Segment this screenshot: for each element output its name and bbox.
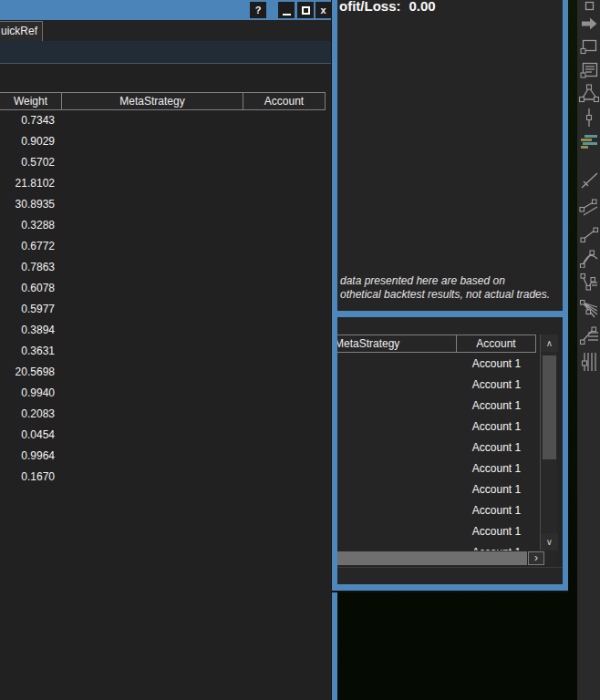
help-button[interactable]: ? [250,2,266,18]
account-value: Account 1 [457,458,536,479]
vertical-scroll-thumb[interactable] [543,355,556,459]
accounts-rows: Account 1Account 1Account 1Account 1Acco… [337,354,536,551]
table-row[interactable]: Account 1 [337,521,536,542]
channel-tool-icon [579,198,599,218]
table-row[interactable]: 0.7343 [0,110,326,131]
text-box-tool-icon [579,60,599,80]
trendline-tool[interactable] [578,223,599,244]
weight-value: 0.2083 [0,404,55,425]
horizontal-scroll-thumb[interactable] [337,551,527,565]
account-value: Account 1 [457,521,536,542]
table-row[interactable]: Account 1 [337,417,536,438]
table-row[interactable]: Account 1 [337,354,536,375]
panel-divider[interactable] [332,311,568,317]
table-row[interactable]: 0.9029 [0,131,326,152]
table-row[interactable]: 0.0454 [0,425,326,446]
rectangle-tool[interactable] [578,36,599,57]
table-row[interactable]: Account 1 [337,479,536,500]
tab-quickref[interactable]: uickRef [0,21,43,41]
weight-value: 0.1670 [0,467,55,488]
quickref-window: ? x uickRef Weight MetaStrategy Account … [0,0,332,700]
fan-tool[interactable] [578,298,599,319]
profit-loss-value: 0.00 [409,0,436,14]
chevron-up-icon: ∧ [546,338,553,348]
account-value: Account 1 [457,479,536,500]
weight-value: 0.3631 [0,341,55,362]
weight-value: 21.8102 [0,173,55,194]
scroll-up-button[interactable]: ∧ [541,335,558,352]
close-button[interactable]: x [316,2,331,18]
vertical-line-tool[interactable] [578,107,599,128]
column-header-account[interactable]: Account [457,335,536,352]
table-row[interactable]: 0.9940 [0,383,326,404]
table-row[interactable]: 0.6772 [0,236,326,257]
table-row[interactable]: Account 1 [337,375,536,396]
volume-profile-tool[interactable] [578,131,599,152]
column-header-metastrategy[interactable]: MetaStrategy [337,335,457,352]
table-row[interactable]: 0.5702 [0,152,326,173]
table-row[interactable]: Account 1 [337,396,536,417]
backtest-disclaimer: data presented here are based on othetic… [340,274,550,302]
account-value: Account 1 [457,417,536,438]
table-row[interactable]: 0.9964 [0,446,326,467]
table-row[interactable]: Account 1 [337,500,536,521]
table-row[interactable]: 0.3894 [0,320,326,341]
table-row[interactable]: 0.6078 [0,278,326,299]
table-row[interactable]: 0.3631 [0,341,326,362]
table-row[interactable]: Account 1 [337,458,536,479]
triangle-tool-icon [579,84,599,104]
arrow-right-tool[interactable] [578,13,599,34]
profit-loss-text: ofit/Loss:0.00 [339,0,436,14]
maximize-button[interactable] [297,2,314,18]
time-cycles-tool-icon [579,352,599,372]
chevron-down-icon: ∨ [546,537,553,547]
weight-value: 0.0454 [0,425,55,446]
volume-profile-icon [579,132,599,152]
table-row[interactable]: 0.5977 [0,299,326,320]
panel-frame-right [563,0,568,591]
fib-levels-tool-icon [579,325,599,345]
column-header-account[interactable]: Account [243,93,326,109]
trendline-tool-icon [579,224,599,244]
weights-table-header: Weight MetaStrategy Account [0,92,326,110]
account-value: Account 1 [457,542,536,551]
column-header-metastrategy[interactable]: MetaStrategy [62,93,243,109]
rectangle-tool-icon [579,36,599,57]
table-row[interactable]: 0.3288 [0,215,326,236]
horizontal-scrollbar[interactable]: › [337,551,557,566]
zigzag-tool[interactable] [578,272,599,293]
close-icon: x [320,5,326,15]
crossline-tool[interactable] [578,170,599,190]
fib-levels-tool[interactable] [578,324,599,345]
fib-arc-tool[interactable] [578,247,599,268]
table-row[interactable]: 0.1670 [0,467,326,488]
maximize-icon [302,6,310,15]
minimize-button[interactable] [278,2,295,18]
disclaimer-line-1: data presented here are based on [340,274,550,288]
time-cycles-tool[interactable] [578,351,599,372]
accounts-table-header: MetaStrategy Account [337,335,536,353]
table-row[interactable]: Account 1 [337,542,536,551]
table-row[interactable]: 0.2083 [0,404,326,425]
scroll-down-button[interactable]: ∨ [541,533,558,551]
table-row[interactable]: 21.8102 [0,173,326,194]
table-row[interactable]: 0.7863 [0,257,326,278]
account-value: Account 1 [457,438,536,458]
account-value: Account 1 [457,354,536,375]
vertical-scrollbar[interactable]: ∧ ∨ [540,335,557,551]
scroll-right-button[interactable]: › [528,551,544,565]
weight-value: 0.3894 [0,320,55,341]
account-value: Account 1 [457,500,536,521]
table-row[interactable]: 30.8935 [0,194,326,215]
text-box-tool[interactable] [578,59,599,80]
channel-tool[interactable] [578,197,599,218]
triangle-tool[interactable] [578,83,599,104]
weight-value: 0.6772 [0,236,55,257]
window-titlebar[interactable]: ? x [0,0,331,20]
weight-value: 0.7343 [0,110,55,131]
table-row[interactable]: 20.5698 [0,362,326,383]
column-header-weight[interactable]: Weight [0,93,62,109]
weight-value: 0.7863 [0,257,55,278]
accounts-panel: MetaStrategy Account Account 1Account 1A… [337,317,563,584]
table-row[interactable]: Account 1 [337,438,536,458]
